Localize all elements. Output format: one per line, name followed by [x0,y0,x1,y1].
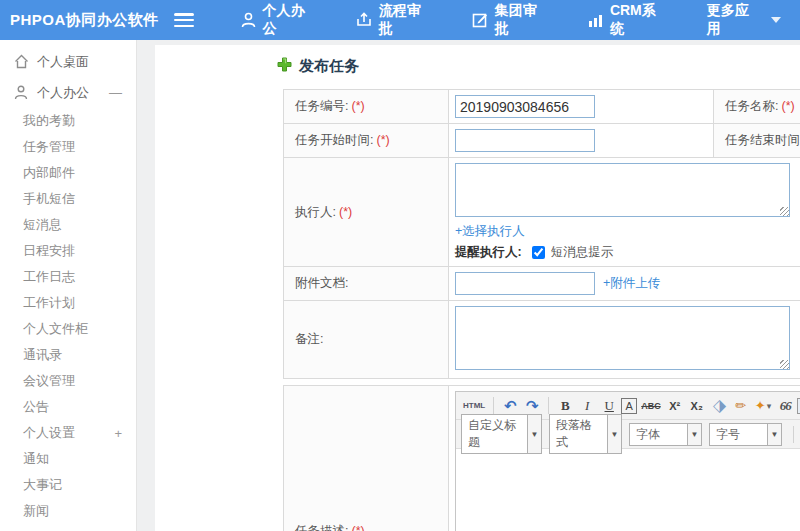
sidebar-item-internal-mail[interactable]: 内部邮件 [0,160,136,186]
sidebar-item-label: 个人文件柜 [23,320,88,338]
executor-textarea[interactable] [455,163,790,217]
sidebar-item-task-management[interactable]: 任务管理 [0,134,136,160]
sidebar-item-personal-settings[interactable]: 个人设置 + [0,420,136,446]
task-form: 任务编号:(*) 任务名称:(*) 任务开始时间:(*) [283,89,800,531]
sidebar-item-short-message[interactable]: 短消息 [0,212,136,238]
home-icon [13,54,29,70]
sidebar-item-label: 我的考勤 [23,112,75,130]
nav-label: 流程审批 [379,2,434,38]
description-editor-cell: HTML ↶ ↷ B I U A ABC X² [449,386,800,531]
sidebar-item-my-attendance[interactable]: 我的考勤 [0,108,136,134]
custom-title-dropdown[interactable]: 自定义标题 ▼ [461,414,542,454]
attachment-input-cell: +附件上传 [449,267,800,301]
add-plus-icon [277,57,292,76]
sidebar-item-personal-desktop[interactable]: 个人桌面 [0,46,136,77]
sms-notify-label: 短消息提示 [551,244,614,261]
strikethrough-button[interactable]: ABC [639,396,663,416]
font-size-dropdown[interactable]: 字号 ▼ [709,423,782,446]
task-form-table: 任务编号:(*) 任务名称:(*) 任务开始时间:(*) [283,89,800,379]
remove-format-eraser-icon[interactable]: ◪ [705,391,733,419]
start-time-input-cell [449,124,714,158]
format-painter-brush-icon[interactable]: ✏ [731,396,751,416]
collapse-icon[interactable]: — [109,85,122,100]
sidebar-item-meeting-management[interactable]: 会议管理 [0,368,136,394]
form-row-executor: 执行人:(*) +选择执行人 提醒执行人: 短消息提示 [284,158,800,267]
sidebar-item-personal-files[interactable]: 个人文件柜 [0,316,136,342]
field-label: 任务结束时间: [725,133,800,147]
caret-down-icon: ▼ [607,414,622,454]
bar-chart-icon [588,13,603,28]
dropdown-value: 字号 [709,423,767,446]
nav-more-apps[interactable]: 更多应用 [688,0,800,40]
task-number-input-cell [449,90,714,124]
paragraph-format-dropdown[interactable]: 段落格式 ▼ [549,414,622,454]
auto-typeset-wand-icon[interactable]: ✦▾ [753,396,773,416]
wand-glyph: ✦ [755,398,766,413]
sidebar-item-label: 个人办公 [37,84,89,102]
editor-content-area[interactable] [456,449,800,531]
sidebar-item-news[interactable]: 新闻 [0,498,136,524]
sidebar-item-work-plan[interactable]: 工作计划 [0,290,136,316]
attachment-input[interactable] [455,272,595,295]
required-mark: (*) [351,524,364,531]
main-nav: 个人办公 流程审批 集团审批 CRM系统 更多应用 [222,0,800,40]
task-number-input[interactable] [455,95,595,118]
choose-executor-link[interactable]: +选择执行人 [455,224,525,238]
font-family-dropdown[interactable]: 字体 ▼ [629,423,702,446]
task-name-label-cell: 任务名称:(*) [714,90,800,124]
attachment-upload-link[interactable]: +附件上传 [603,275,660,292]
task-number-label-cell: 任务编号:(*) [284,90,449,124]
sidebar-item-label: 任务管理 [23,138,75,156]
sidebar-item-label: 新闻 [23,502,49,520]
sidebar-item-milestones[interactable]: 大事记 [0,472,136,498]
hamburger-icon[interactable] [174,13,194,27]
nav-label: 个人办公 [263,2,318,38]
resize-grip-icon[interactable] [780,207,789,216]
sidebar-item-label: 通知 [23,450,49,468]
toolbar-separator [493,397,494,414]
sidebar-item-personal-office[interactable]: 个人办公 — [0,77,136,108]
caret-down-icon: ▼ [767,423,782,446]
editor-toolbar-row2: 自定义标题 ▼ 段落格式 ▼ 字体 ▼ [456,420,800,449]
sidebar-item-label: 工作计划 [23,294,75,312]
form-row-remark: 备注: [284,301,800,379]
sidebar-item-label: 个人设置 [23,424,75,442]
remark-textarea[interactable] [455,306,790,370]
user-icon [13,85,29,101]
nav-label: CRM系统 [610,2,669,38]
page-title-text: 发布任务 [299,57,359,76]
redo-button[interactable]: ↷ [522,396,542,416]
user-icon [241,12,256,28]
start-time-input[interactable] [455,129,595,152]
sidebar-item-label: 个人桌面 [37,53,89,71]
sms-notify-checkbox[interactable] [532,246,545,259]
sidebar-item-work-log[interactable]: 工作日志 [0,264,136,290]
char-border-button[interactable]: A [621,398,637,414]
field-label: 任务名称: [725,99,778,113]
sidebar-item-schedule[interactable]: 日程安排 [0,238,136,264]
blockquote-button[interactable]: 66 [775,396,795,416]
nav-crm-system[interactable]: CRM系统 [569,0,688,40]
sidebar-item-announcement[interactable]: 公告 [0,394,136,420]
nav-label: 更多应用 [707,2,762,38]
sidebar-item-contacts[interactable]: 通讯录 [0,342,136,368]
nav-workflow-approval[interactable]: 流程审批 [337,0,453,40]
field-label: 执行人: [295,205,336,219]
italic-button[interactable]: I [577,396,597,416]
nav-group-approval[interactable]: 集团审批 [453,0,569,40]
form-row-attachment: 附件文档: +附件上传 [284,267,800,301]
field-label: 任务开始时间: [295,133,373,147]
bold-button[interactable]: B [555,396,575,416]
resize-grip-icon[interactable] [780,360,789,369]
expand-icon[interactable]: + [114,426,122,441]
undo-button[interactable]: ↶ [500,396,520,416]
nav-personal-office[interactable]: 个人办公 [222,0,337,40]
dropdown-value: 字体 [629,423,687,446]
sidebar-item-label: 日程安排 [23,242,75,260]
underline-button[interactable]: U [599,396,619,416]
sidebar-item-notice[interactable]: 通知 [0,446,136,472]
rich-text-editor: HTML ↶ ↷ B I U A ABC X² [455,391,800,531]
superscript-button[interactable]: X² [665,396,685,416]
sidebar-item-mobile-sms[interactable]: 手机短信 [0,186,136,212]
html-source-button[interactable]: HTML [461,396,487,416]
